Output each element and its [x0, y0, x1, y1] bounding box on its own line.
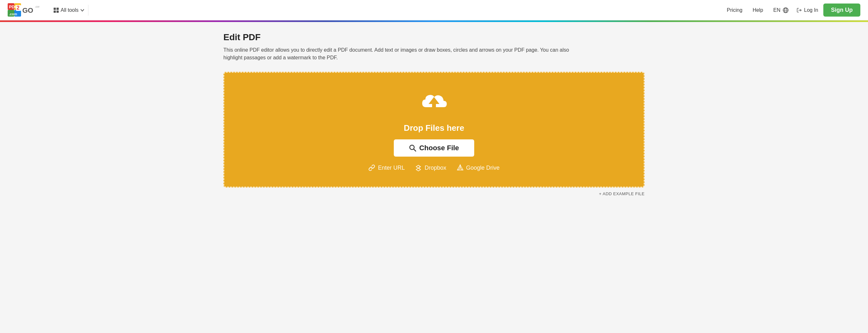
svg-text:GO: GO	[22, 6, 33, 14]
add-example-container: + ADD EXAMPLE FILE	[223, 191, 645, 196]
all-tools-button[interactable]: All tools	[50, 5, 88, 15]
page-title: Edit PDF	[223, 32, 645, 42]
search-icon	[409, 144, 416, 152]
google-drive-label: Google Drive	[466, 165, 500, 171]
svg-line-20	[413, 149, 416, 151]
svg-text:.com: .com	[35, 5, 39, 8]
cloud-upload-icon	[416, 88, 452, 118]
language-button[interactable]: EN	[773, 7, 788, 13]
svg-text:2: 2	[17, 5, 20, 10]
svg-marker-24	[460, 165, 463, 170]
google-drive-option[interactable]: Google Drive	[457, 164, 500, 171]
dropbox-icon	[415, 164, 422, 171]
login-arrow-icon	[797, 7, 802, 13]
choose-file-button[interactable]: Choose File	[394, 139, 474, 157]
login-label: Log In	[804, 7, 818, 13]
svg-rect-17	[432, 104, 436, 111]
logo[interactable]: PDF .com 2 GO .com	[8, 3, 39, 17]
all-tools-label: All tools	[61, 7, 79, 13]
chevron-down-icon	[81, 9, 84, 11]
google-drive-icon	[457, 164, 464, 171]
grid-icon	[54, 8, 59, 13]
dropbox-label: Dropbox	[425, 165, 446, 171]
choose-file-label: Choose File	[419, 144, 459, 152]
svg-text:.com: .com	[9, 12, 17, 16]
language-label: EN	[773, 7, 780, 13]
extra-options: Enter URL Dropbox Google Drive	[368, 164, 499, 171]
signup-button[interactable]: Sign Up	[823, 3, 860, 16]
svg-marker-23	[457, 165, 460, 170]
link-icon	[368, 164, 375, 171]
nav-links: Pricing Help	[726, 7, 763, 13]
login-button[interactable]: Log In	[797, 7, 818, 13]
main-content: Edit PDF This online PDF editor allows y…	[211, 22, 657, 206]
enter-url-label: Enter URL	[378, 165, 405, 171]
page-description: This online PDF editor allows you to dir…	[223, 46, 575, 62]
signup-label: Sign Up	[831, 7, 853, 13]
pricing-link[interactable]: Pricing	[726, 7, 742, 13]
header: PDF .com 2 GO .com All tools Pricing Hel…	[0, 0, 868, 21]
drop-zone[interactable]: Drop Files here Choose File Enter URL	[223, 72, 645, 188]
enter-url-option[interactable]: Enter URL	[368, 164, 405, 171]
dropbox-option[interactable]: Dropbox	[415, 164, 446, 171]
help-link[interactable]: Help	[752, 7, 763, 13]
add-example-link[interactable]: + ADD EXAMPLE FILE	[599, 191, 645, 196]
drop-files-text: Drop Files here	[404, 123, 464, 133]
globe-icon	[782, 7, 789, 13]
logo-icon: PDF .com 2 GO .com	[8, 3, 39, 17]
